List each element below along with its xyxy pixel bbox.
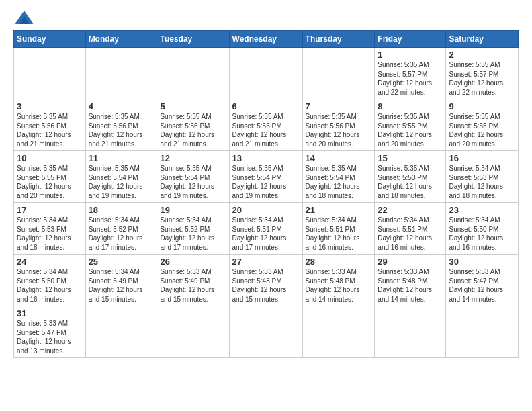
day-info: Sunrise: 5:34 AM Sunset: 5:53 PM Dayligh… [17, 216, 83, 252]
day-info: Sunrise: 5:35 AM Sunset: 5:55 PM Dayligh… [378, 112, 443, 148]
day-info: Sunrise: 5:33 AM Sunset: 5:47 PM Dayligh… [449, 267, 515, 304]
calendar-header: SundayMondayTuesdayWednesdayThursdayFrid… [14, 31, 519, 48]
day-number: 29 [378, 257, 443, 267]
day-info: Sunrise: 5:34 AM Sunset: 5:52 PM Dayligh… [89, 216, 154, 252]
day-info: Sunrise: 5:35 AM Sunset: 5:53 PM Dayligh… [378, 164, 443, 200]
day-number: 23 [449, 205, 515, 215]
day-info: Sunrise: 5:34 AM Sunset: 5:50 PM Dayligh… [449, 216, 515, 252]
calendar-day: 19Sunrise: 5:34 AM Sunset: 5:52 PM Dayli… [157, 203, 229, 255]
calendar-week-row: 3Sunrise: 5:35 AM Sunset: 5:56 PM Daylig… [14, 99, 519, 151]
calendar-day: 24Sunrise: 5:34 AM Sunset: 5:50 PM Dayli… [14, 255, 86, 306]
day-info: Sunrise: 5:35 AM Sunset: 5:55 PM Dayligh… [17, 164, 83, 200]
logo-icon [15, 11, 34, 24]
day-info: Sunrise: 5:35 AM Sunset: 5:56 PM Dayligh… [89, 112, 154, 148]
day-number: 11 [89, 153, 154, 163]
column-header-thursday: Thursday [302, 31, 375, 48]
calendar-week-row: 1Sunrise: 5:35 AM Sunset: 5:57 PM Daylig… [14, 48, 519, 99]
calendar-day: 31Sunrise: 5:33 AM Sunset: 5:47 PM Dayli… [14, 306, 86, 358]
calendar-day: 10Sunrise: 5:35 AM Sunset: 5:55 PM Dayli… [14, 151, 86, 203]
calendar-day [446, 306, 519, 358]
day-number: 25 [89, 257, 154, 267]
day-number: 13 [232, 153, 300, 163]
calendar-day: 8Sunrise: 5:35 AM Sunset: 5:55 PM Daylig… [375, 99, 446, 151]
day-info: Sunrise: 5:34 AM Sunset: 5:52 PM Dayligh… [160, 216, 226, 252]
column-header-wednesday: Wednesday [229, 31, 302, 48]
day-number: 24 [17, 257, 83, 267]
calendar-day: 29Sunrise: 5:33 AM Sunset: 5:48 PM Dayli… [375, 255, 446, 306]
calendar-day: 21Sunrise: 5:34 AM Sunset: 5:51 PM Dayli… [302, 203, 375, 255]
day-info: Sunrise: 5:33 AM Sunset: 5:48 PM Dayligh… [306, 267, 372, 304]
day-number: 1 [378, 50, 443, 60]
calendar-day: 30Sunrise: 5:33 AM Sunset: 5:47 PM Dayli… [446, 255, 519, 306]
day-number: 7 [306, 101, 372, 111]
calendar-day: 5Sunrise: 5:35 AM Sunset: 5:56 PM Daylig… [157, 99, 229, 151]
calendar-week-row: 31Sunrise: 5:33 AM Sunset: 5:47 PM Dayli… [14, 306, 519, 358]
calendar-day: 7Sunrise: 5:35 AM Sunset: 5:56 PM Daylig… [302, 99, 375, 151]
day-number: 26 [160, 257, 226, 267]
calendar-day: 11Sunrise: 5:35 AM Sunset: 5:54 PM Dayli… [85, 151, 157, 203]
calendar-day: 17Sunrise: 5:34 AM Sunset: 5:53 PM Dayli… [14, 203, 86, 255]
day-info: Sunrise: 5:35 AM Sunset: 5:57 PM Dayligh… [378, 60, 443, 97]
calendar-day: 4Sunrise: 5:35 AM Sunset: 5:56 PM Daylig… [85, 99, 157, 151]
calendar-week-row: 17Sunrise: 5:34 AM Sunset: 5:53 PM Dayli… [14, 203, 519, 255]
day-info: Sunrise: 5:35 AM Sunset: 5:55 PM Dayligh… [449, 112, 515, 148]
header [13, 11, 519, 25]
calendar-day [85, 306, 157, 358]
calendar-day [85, 48, 157, 99]
day-number: 28 [306, 257, 372, 267]
day-info: Sunrise: 5:35 AM Sunset: 5:56 PM Dayligh… [160, 112, 226, 148]
day-number: 5 [160, 101, 226, 111]
calendar-day [14, 48, 86, 99]
column-header-friday: Friday [375, 31, 446, 48]
column-header-tuesday: Tuesday [157, 31, 229, 48]
day-info: Sunrise: 5:34 AM Sunset: 5:51 PM Dayligh… [378, 216, 443, 252]
calendar-week-row: 10Sunrise: 5:35 AM Sunset: 5:55 PM Dayli… [14, 151, 519, 203]
day-number: 22 [378, 205, 443, 215]
page: SundayMondayTuesdayWednesdayThursdayFrid… [0, 0, 532, 411]
day-number: 4 [89, 101, 154, 111]
day-number: 27 [232, 257, 300, 267]
logo [13, 11, 34, 25]
calendar-day [302, 306, 375, 358]
day-number: 2 [449, 50, 515, 60]
calendar-day [229, 48, 302, 99]
calendar-day: 26Sunrise: 5:33 AM Sunset: 5:49 PM Dayli… [157, 255, 229, 306]
day-number: 9 [449, 101, 515, 111]
day-number: 15 [378, 153, 443, 163]
day-info: Sunrise: 5:35 AM Sunset: 5:54 PM Dayligh… [89, 164, 154, 200]
calendar-day [157, 48, 229, 99]
calendar-day: 28Sunrise: 5:33 AM Sunset: 5:48 PM Dayli… [302, 255, 375, 306]
calendar-table: SundayMondayTuesdayWednesdayThursdayFrid… [13, 30, 519, 358]
day-number: 14 [306, 153, 372, 163]
day-number: 6 [232, 101, 300, 111]
calendar-day: 9Sunrise: 5:35 AM Sunset: 5:55 PM Daylig… [446, 99, 519, 151]
day-info: Sunrise: 5:33 AM Sunset: 5:48 PM Dayligh… [378, 267, 443, 304]
calendar-day [229, 306, 302, 358]
calendar-day: 22Sunrise: 5:34 AM Sunset: 5:51 PM Dayli… [375, 203, 446, 255]
column-header-monday: Monday [85, 31, 157, 48]
day-number: 20 [232, 205, 300, 215]
day-headers-row: SundayMondayTuesdayWednesdayThursdayFrid… [14, 31, 519, 48]
day-info: Sunrise: 5:35 AM Sunset: 5:56 PM Dayligh… [232, 112, 300, 148]
calendar-day: 16Sunrise: 5:34 AM Sunset: 5:53 PM Dayli… [446, 151, 519, 203]
day-number: 17 [17, 205, 83, 215]
calendar-day: 18Sunrise: 5:34 AM Sunset: 5:52 PM Dayli… [85, 203, 157, 255]
calendar-body: 1Sunrise: 5:35 AM Sunset: 5:57 PM Daylig… [14, 48, 519, 358]
calendar-day: 15Sunrise: 5:35 AM Sunset: 5:53 PM Dayli… [375, 151, 446, 203]
day-number: 16 [449, 153, 515, 163]
calendar-day [157, 306, 229, 358]
day-info: Sunrise: 5:33 AM Sunset: 5:47 PM Dayligh… [17, 319, 83, 355]
day-info: Sunrise: 5:35 AM Sunset: 5:54 PM Dayligh… [306, 164, 372, 200]
calendar-day: 1Sunrise: 5:35 AM Sunset: 5:57 PM Daylig… [375, 48, 446, 99]
calendar-day: 3Sunrise: 5:35 AM Sunset: 5:56 PM Daylig… [14, 99, 86, 151]
calendar-day: 23Sunrise: 5:34 AM Sunset: 5:50 PM Dayli… [446, 203, 519, 255]
day-info: Sunrise: 5:35 AM Sunset: 5:56 PM Dayligh… [306, 112, 372, 148]
day-info: Sunrise: 5:34 AM Sunset: 5:51 PM Dayligh… [232, 216, 300, 252]
calendar-day [302, 48, 375, 99]
calendar-day [375, 306, 446, 358]
day-number: 18 [89, 205, 154, 215]
calendar-day: 25Sunrise: 5:34 AM Sunset: 5:49 PM Dayli… [85, 255, 157, 306]
day-number: 3 [17, 101, 83, 111]
calendar-day: 12Sunrise: 5:35 AM Sunset: 5:54 PM Dayli… [157, 151, 229, 203]
day-number: 10 [17, 153, 83, 163]
